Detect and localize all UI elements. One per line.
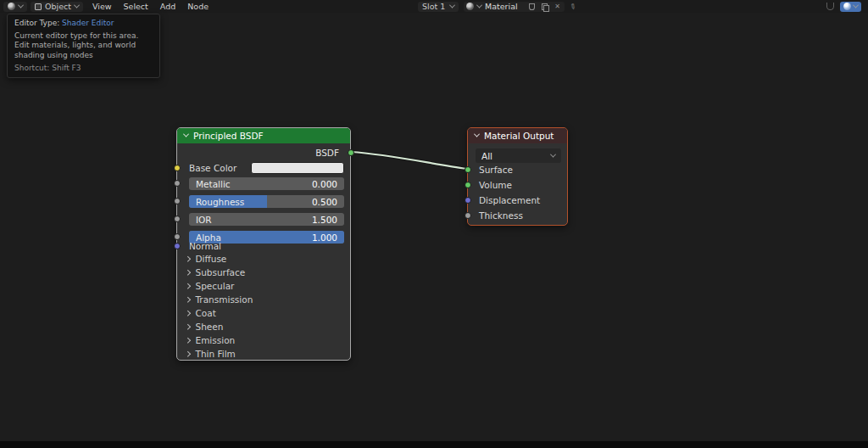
principled-node-header[interactable]: Principled BSDF <box>177 128 350 143</box>
chevron-down-icon <box>449 3 455 8</box>
normal-label: Normal <box>189 240 221 252</box>
chevron-right-icon <box>185 283 190 288</box>
editor-type-button[interactable] <box>3 2 27 12</box>
fake-user-button[interactable] <box>527 2 537 11</box>
chevron-down-icon <box>18 3 24 8</box>
socket-roughness[interactable] <box>174 198 181 204</box>
shader-editor-window: Object View Select Add Node Slot 1 Mater… <box>0 0 868 448</box>
section-emission[interactable]: Emission <box>186 333 235 347</box>
output-target-value: All <box>481 151 492 161</box>
slot-dropdown[interactable]: Slot 1 <box>418 2 459 12</box>
material-widget: Material ✕ <box>464 2 565 12</box>
socket-surface[interactable] <box>465 166 471 173</box>
pin-icon[interactable]: ✎ <box>568 1 578 12</box>
slider-value: 0.000 <box>312 179 337 189</box>
volume-input-label: Volume <box>479 179 512 191</box>
section-label: Thin Film <box>196 349 236 359</box>
menu-view[interactable]: View <box>86 2 118 11</box>
chevron-right-icon <box>185 256 190 261</box>
base-color-label: Base Color <box>189 162 236 174</box>
object-mode-dropdown[interactable]: Object <box>31 2 83 12</box>
shader-editor-icon <box>8 3 15 10</box>
menu-add[interactable]: Add <box>154 2 181 11</box>
section-label: Sheen <box>196 322 224 332</box>
material-output-node-header[interactable]: Material Output <box>468 128 567 143</box>
section-subsurface[interactable]: Subsurface <box>186 266 245 279</box>
menu-node[interactable]: Node <box>181 2 214 11</box>
chevron-down-icon <box>853 3 859 8</box>
tooltip-line2: Edit materials, lights, and world shadin… <box>14 41 153 60</box>
chevron-right-icon <box>185 270 190 275</box>
output-target-dropdown[interactable]: All <box>476 148 561 163</box>
ior-slider[interactable]: IOR 1.500 <box>189 213 344 226</box>
unlink-material-button[interactable]: ✕ <box>553 2 562 11</box>
window-bottom-edge <box>0 441 868 448</box>
menu-select[interactable]: Select <box>118 2 154 11</box>
socket-thickness[interactable] <box>465 212 471 219</box>
chevron-right-icon <box>185 338 190 343</box>
chevron-right-icon <box>185 297 190 302</box>
link-shadow <box>351 152 467 169</box>
section-diffuse[interactable]: Diffuse <box>186 252 226 266</box>
socket-normal[interactable] <box>174 243 181 249</box>
overlays-toggle[interactable] <box>840 2 861 12</box>
section-specular[interactable]: Specular <box>186 279 234 293</box>
chevron-right-icon <box>185 311 190 316</box>
snap-toggle[interactable] <box>823 2 837 12</box>
chevron-right-icon <box>185 324 190 329</box>
tooltip-shortcut: Shortcut: Shift F3 <box>14 64 153 72</box>
socket-displacement[interactable] <box>465 197 471 204</box>
editor-type-tooltip: Editor Type: Shader Editor Current edito… <box>7 14 160 78</box>
node-material-output[interactable]: Material Output All Surface Volume Displ… <box>467 127 568 226</box>
socket-base-color[interactable] <box>174 165 181 171</box>
section-label: Diffuse <box>196 254 227 264</box>
section-label: Transmission <box>196 294 253 305</box>
socket-alpha[interactable] <box>174 233 181 240</box>
slider-label: IOR <box>196 215 212 225</box>
editor-header: Object View Select Add Node Slot 1 Mater… <box>0 0 868 13</box>
slider-value: 0.500 <box>312 197 337 207</box>
overlay-sphere-icon <box>843 3 851 10</box>
socket-ior[interactable] <box>174 216 181 222</box>
section-label: Coat <box>196 308 216 318</box>
node-title: Material Output <box>484 131 554 141</box>
copy-icon <box>542 3 548 10</box>
object-mode-label: Object <box>45 2 71 11</box>
chevron-right-icon <box>185 351 190 356</box>
bsdf-output-label: BSDF <box>315 147 339 159</box>
thickness-input-label: Thickness <box>479 210 523 221</box>
slider-label: Roughness <box>196 197 244 207</box>
tooltip-title-prefix: Editor Type: <box>14 19 59 27</box>
browse-material-icon[interactable] <box>466 3 474 10</box>
shield-icon <box>529 3 535 10</box>
collapse-chevron-icon[interactable] <box>474 131 480 137</box>
material-name-field[interactable]: Material <box>485 2 524 11</box>
tooltip-line1: Current editor type for this area. <box>14 31 153 41</box>
metallic-slider[interactable]: Metallic 0.000 <box>189 177 344 190</box>
chevron-down-icon <box>74 3 80 8</box>
new-material-button[interactable] <box>540 2 549 11</box>
slider-value: 1.500 <box>312 215 337 225</box>
section-transmission[interactable]: Transmission <box>186 293 253 306</box>
socket-bsdf-output[interactable] <box>348 149 354 156</box>
roughness-slider[interactable]: Roughness 0.500 <box>189 195 344 208</box>
slider-value: 1.000 <box>312 232 337 243</box>
surface-input-label: Surface <box>479 164 513 176</box>
section-label: Emission <box>196 335 236 345</box>
section-label: Subsurface <box>196 267 246 277</box>
socket-volume[interactable] <box>465 182 471 188</box>
section-thin-film[interactable]: Thin Film <box>186 347 236 361</box>
section-coat[interactable]: Coat <box>186 306 216 320</box>
slider-label: Metallic <box>196 179 231 189</box>
magnet-icon <box>826 3 834 10</box>
chevron-down-icon <box>476 3 482 8</box>
node-principled-bsdf[interactable]: Principled BSDF BSDF Base Color Metallic… <box>176 127 351 361</box>
tooltip-title-value: Shader Editor <box>62 19 114 27</box>
link-bsdf-to-surface <box>351 152 467 169</box>
section-sheen[interactable]: Sheen <box>186 320 223 333</box>
base-color-swatch[interactable] <box>251 162 344 174</box>
displacement-input-label: Displacement <box>479 194 540 206</box>
socket-metallic[interactable] <box>174 180 181 187</box>
object-mode-icon <box>35 3 42 10</box>
collapse-chevron-icon[interactable] <box>183 131 189 137</box>
